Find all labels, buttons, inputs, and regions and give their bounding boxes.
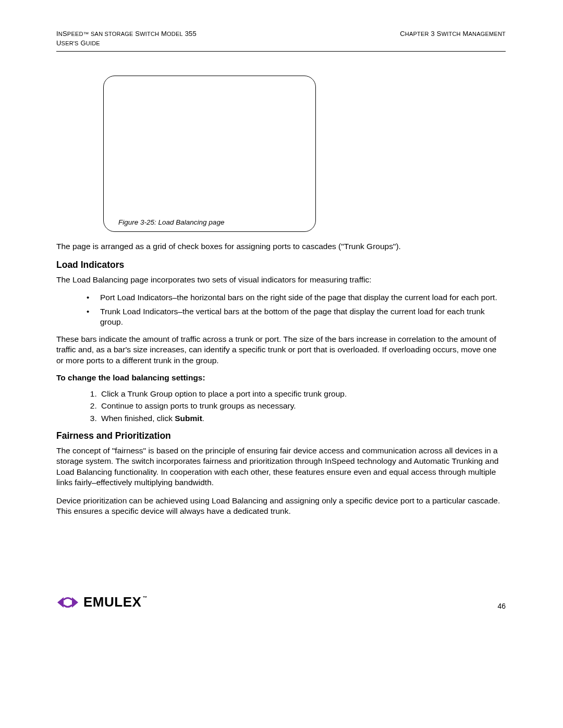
emulex-logo-icon [56,595,79,610]
ordered-steps: Click a Trunk Group option to place a po… [87,388,506,424]
list-item: Trunk Load Indicators–the vertical bars … [87,306,506,328]
page-number: 46 [497,602,506,610]
header-product-line: InSpeed™ SAN Storage Switch Model 355 [56,29,197,39]
step3-suffix: . [202,414,204,423]
t: 3 S [429,30,442,38]
step3-bold: Submit [175,414,202,423]
header-right: Chapter 3 Switch Management [400,29,506,48]
t: M [461,30,469,38]
steps-lead: To change the load balancing settings: [56,373,506,382]
t: witch [140,31,159,37]
t: uide [86,40,100,46]
list-item: Continue to assign ports to trunk groups… [99,400,506,412]
figure-caption: Figure 3-25: Load Balancing page [118,218,224,226]
list-item: Click a Trunk Group option to place a po… [99,388,506,400]
step3-prefix: When finished, click [101,414,175,423]
t: U [56,39,62,47]
t: n [58,31,63,37]
page-content: InSpeed™ SAN Storage Switch Model 355 Us… [56,29,506,524]
header-guide-line: User's Guide [56,39,197,48]
paragraph: Device prioritization can be achieved us… [56,496,506,517]
t: torage [108,31,133,37]
t: 355 [183,30,197,38]
brand-text: EMULEX [83,594,141,610]
t: anagement [469,31,506,37]
paragraph: These bars indicate the amount of traffi… [56,334,506,366]
section-heading-load-indicators: Load Indicators [56,260,506,270]
brand-logo: EMULEX™ [56,594,146,610]
page-header: InSpeed™ SAN Storage Switch Model 355 Us… [56,29,506,52]
trademark-symbol: ™ [142,595,148,600]
paragraph: The Load Balancing page incorporates two… [56,275,506,285]
page-footer: EMULEX™ 46 [56,594,506,610]
svg-marker-0 [57,597,64,608]
figure-placeholder: Figure 3-25: Load Balancing page [103,76,316,232]
list-item: Port Load Indicators–the horizontal bars… [87,292,506,303]
bullet-list: Port Load Indicators–the horizontal bars… [87,292,506,327]
t: odel [167,31,183,37]
t: G [79,39,86,47]
paragraph: The concept of "fairness" is based on th… [56,446,506,488]
t: S [63,30,67,38]
section-heading-fairness: Fairness and Prioritization [56,430,506,441]
list-item: When finished, click Submit. [99,412,506,424]
brand-name: EMULEX™ [83,594,146,610]
paragraph: The page is arranged as a grid of check … [56,241,506,252]
t: S [133,30,140,38]
t: ser's [62,40,79,46]
t: hapter [405,31,429,37]
t: M [159,30,167,38]
header-left: InSpeed™ SAN Storage Switch Model 355 Us… [56,29,197,48]
svg-marker-1 [72,597,78,608]
t: witch [442,31,461,37]
t: peed™ SAN S [67,31,108,37]
t: C [400,30,405,38]
